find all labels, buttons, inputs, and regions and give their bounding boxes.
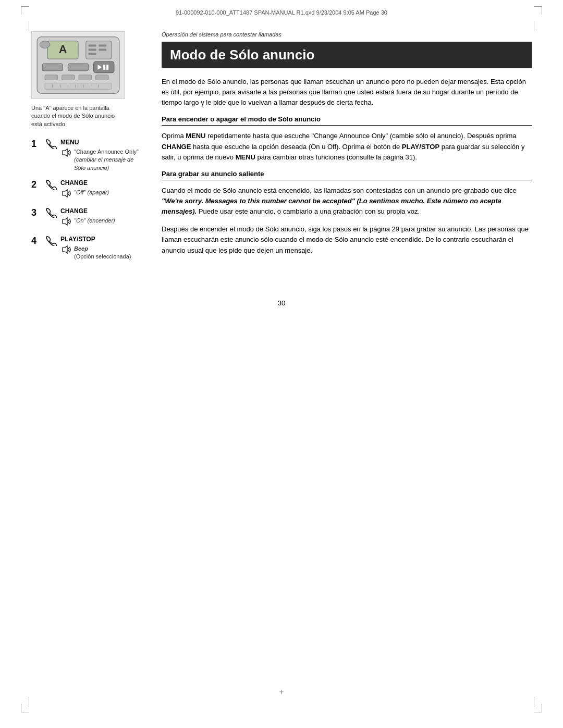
step-1-number: 1 <box>31 139 42 150</box>
section-label: Operación del sistema para contestar lla… <box>162 31 532 38</box>
crop-mark-bl <box>21 704 29 712</box>
step-3-label: CHANGE <box>60 207 146 216</box>
step-3: 3 CHANGE <box>31 207 146 228</box>
step-4-phone-icon <box>44 236 58 246</box>
svg-rect-15 <box>45 75 58 80</box>
right-crop-bottom <box>534 697 534 707</box>
svg-rect-18 <box>95 75 108 80</box>
step-2: 2 CHANGE <box>31 179 146 200</box>
step-1-sub-text: "Change Announce Only" (cambiar el mensa… <box>74 148 146 172</box>
left-crop-top <box>29 21 29 31</box>
svg-rect-7 <box>99 48 106 51</box>
step-3-speaker-icon <box>60 217 72 228</box>
svg-text:A: A <box>59 43 67 56</box>
step-2-sub-text: "Off" (apagar) <box>74 189 109 196</box>
step-3-content: CHANGE "On" (encender) <box>60 207 146 228</box>
svg-marker-28 <box>63 149 67 156</box>
svg-point-27 <box>40 41 50 48</box>
file-info-text: 91-000092-010-000_ATT1487 SPAN-MANUAL R1… <box>176 9 387 16</box>
page-number: 30 <box>0 299 563 312</box>
svg-rect-5 <box>99 45 106 47</box>
step-2-phone-icon <box>44 179 58 190</box>
step-4: 4 PLAY/STOP <box>31 236 146 261</box>
left-column: A <box>31 31 146 268</box>
step-4-speaker-icon <box>60 245 72 256</box>
step-4-label: PLAY/STOP <box>60 236 146 244</box>
step-1-sub: "Change Announce Only" (cambiar el mensa… <box>60 148 146 172</box>
step-4-sub-text: Beep (Opción seleccionada) <box>74 245 131 261</box>
bottom-cross-mark: + <box>279 687 284 697</box>
step-4-content: PLAY/STOP Beep (Opción seleccionada) <box>60 236 146 261</box>
step-4-sub: Beep (Opción seleccionada) <box>60 245 146 261</box>
page-container: 91-000092-010-000_ATT1487 SPAN-MANUAL R1… <box>0 0 563 728</box>
step-1-label: MENU <box>60 139 146 147</box>
intro-paragraph: En el modo de Sólo anuncio, las personas… <box>162 77 532 108</box>
step-1-content: MENU "Change Announce Only" (cambiar el … <box>60 139 146 172</box>
step-2-label: CHANGE <box>60 179 146 188</box>
svg-rect-13 <box>103 65 105 70</box>
device-image: A <box>31 31 125 99</box>
svg-rect-16 <box>62 75 75 80</box>
right-crop-top <box>534 21 534 31</box>
subsection2-para1: Cuando el modo de Sólo anuncio está ence… <box>162 186 532 217</box>
svg-rect-6 <box>89 48 96 51</box>
subsection1-title: Para encender o apagar el modo de Sólo a… <box>162 115 532 126</box>
device-caption: Una "A" aparece en la pantalla cuando el… <box>31 104 125 128</box>
step-3-sub-text: "On" (encender) <box>74 217 115 225</box>
svg-marker-29 <box>63 190 67 197</box>
subsection2-title: Para grabar su anuncio saliente <box>162 170 532 180</box>
svg-rect-10 <box>68 64 88 71</box>
svg-marker-31 <box>63 246 67 253</box>
step-2-number: 2 <box>31 179 42 191</box>
left-crop-bottom <box>29 697 29 707</box>
step-2-content: CHANGE "Off" (apagar) <box>60 179 146 200</box>
file-header: 91-000092-010-000_ATT1487 SPAN-MANUAL R1… <box>0 0 563 21</box>
svg-marker-30 <box>63 218 67 225</box>
svg-rect-19 <box>45 83 112 89</box>
step-1-speaker-icon <box>60 148 72 159</box>
svg-rect-8 <box>89 53 96 55</box>
subsection1-para1: Oprima MENU repetidamente hasta que escu… <box>162 131 532 162</box>
svg-rect-17 <box>79 75 92 80</box>
page-title: Modo de Sólo anuncio <box>170 47 523 63</box>
subsection2-para2: Después de encender el modo de Sólo anun… <box>162 224 532 255</box>
step-2-sub: "Off" (apagar) <box>60 189 146 200</box>
main-content: A <box>0 21 563 289</box>
step-1: 1 MENU <box>31 139 146 172</box>
step-2-speaker-icon <box>60 189 72 200</box>
step-3-sub: "On" (encender) <box>60 217 146 228</box>
step-1-phone-icon <box>44 139 58 149</box>
title-banner: Modo de Sólo anuncio <box>162 42 532 68</box>
svg-rect-9 <box>42 64 63 71</box>
step-4-number: 4 <box>31 236 42 247</box>
svg-rect-14 <box>106 65 108 70</box>
crop-mark-br <box>534 704 542 712</box>
right-column: Operación del sistema para contestar lla… <box>162 31 532 268</box>
step-3-phone-icon <box>44 207 58 218</box>
step-3-number: 3 <box>31 207 42 219</box>
svg-rect-4 <box>89 45 96 47</box>
